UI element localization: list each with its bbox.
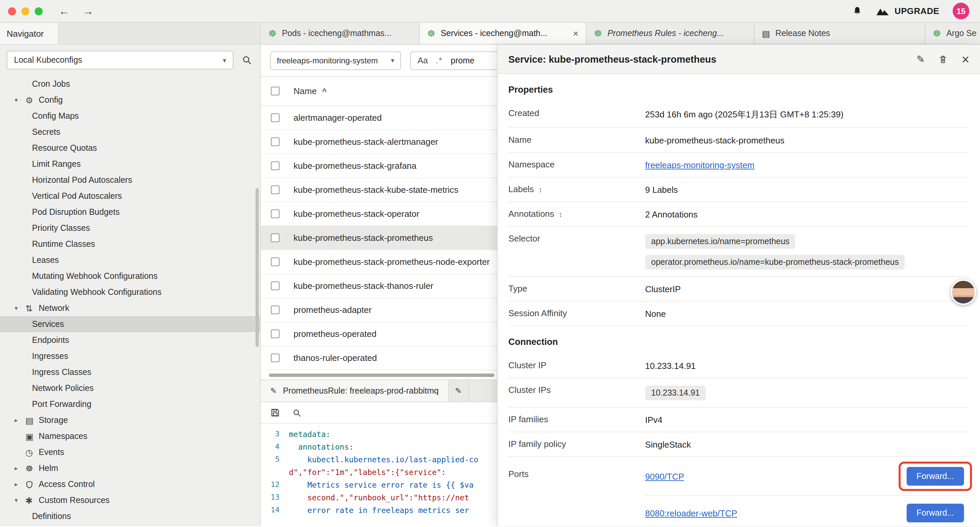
navigator-tree: Cron Jobs ▾ ⚙ Config Config Maps Secrets… xyxy=(0,76,260,524)
sidebar-item-events[interactable]: ◷ Events xyxy=(0,444,260,460)
row-checkbox[interactable] xyxy=(271,209,280,218)
mountains-icon xyxy=(876,6,889,16)
sidebar-item-storage[interactable]: ▸ ▤ Storage xyxy=(0,412,260,428)
sidebar-item-mutating-webhook-configurations[interactable]: Mutating Webhook Configurations xyxy=(0,268,260,284)
tab-release-notes[interactable]: ▤ Release Notes xyxy=(754,23,925,44)
tab-argo[interactable]: ☸ Argo Se xyxy=(925,23,980,44)
sidebar-item-limit-ranges[interactable]: Limit Ranges xyxy=(0,156,260,172)
user-avatar[interactable] xyxy=(951,280,976,305)
upgrade-button[interactable]: UPGRADE xyxy=(876,6,939,16)
notifications-bell-icon[interactable] xyxy=(852,5,862,17)
titlebar: ← → UPGRADE 15 xyxy=(0,0,980,23)
code-line: metadata: xyxy=(289,429,331,439)
search-icon[interactable] xyxy=(292,408,302,417)
tab-pods[interactable]: ☸ Pods - icecheng@mathmas... xyxy=(261,23,420,44)
unfold-more-icon[interactable]: ↕ xyxy=(559,210,562,218)
sidebar-item-ingresses[interactable]: Ingresses xyxy=(0,348,260,364)
sidebar-item-helm[interactable]: ▸ ☸ Helm xyxy=(0,460,260,476)
dock-tab-partial[interactable]: ✎ xyxy=(449,380,469,401)
sidebar-item-config-maps[interactable]: Config Maps xyxy=(0,108,260,124)
dock-tab-prometheusrule[interactable]: ✎ PrometheusRule: freeleaps-prod-rabbitm… xyxy=(261,380,449,401)
tab-prometheus-rules[interactable]: ☸ Prometheus Rules - icecheng... xyxy=(586,23,754,44)
notification-count-badge[interactable]: 15 xyxy=(953,3,969,19)
sidebar-item-pod-disruption-budgets[interactable]: Pod Disruption Budgets xyxy=(0,204,260,220)
sidebar-item-secrets[interactable]: Secrets xyxy=(0,124,260,140)
back-icon[interactable]: ← xyxy=(59,5,69,17)
kubernetes-icon: ☸ xyxy=(594,28,602,39)
sidebar-item-vertical-pod-autoscalers[interactable]: Vertical Pod Autoscalers xyxy=(0,188,260,204)
unfold-more-icon[interactable]: ↕ xyxy=(539,185,542,193)
sidebar-item-network-policies[interactable]: Network Policies xyxy=(0,380,260,396)
cluster-ip-badge: 10.233.14.91 xyxy=(645,385,706,400)
sidebar-scrollbar[interactable] xyxy=(256,188,259,347)
property-row-cluster-ips: Cluster IPs 10.233.14.91 xyxy=(508,378,969,408)
sidebar-item-cron-jobs[interactable]: Cron Jobs xyxy=(0,76,260,92)
close-window-button[interactable] xyxy=(8,7,16,15)
sidebar-item-config[interactable]: ▾ ⚙ Config xyxy=(0,92,260,108)
helm-icon: ☸ xyxy=(25,463,39,473)
chevron-down-icon: ▾ xyxy=(15,97,25,103)
namespace-link[interactable]: freeleaps-monitoring-system xyxy=(645,160,754,170)
navigator-tab[interactable]: Navigator xyxy=(0,23,59,44)
row-checkbox[interactable] xyxy=(271,185,280,194)
code-line: error rate in freeleaps metrics ser xyxy=(289,505,469,515)
sidebar-item-ingress-classes[interactable]: Ingress Classes xyxy=(0,364,260,380)
tab-services[interactable]: ☸ Services - icecheng@math... × xyxy=(420,23,586,44)
sort-ascending-icon[interactable]: ^ xyxy=(322,86,326,96)
sidebar-item-port-forwarding[interactable]: Port Forwarding xyxy=(0,396,260,412)
search-icon[interactable] xyxy=(242,55,252,65)
close-drawer-icon[interactable]: × xyxy=(962,53,969,66)
code-line: second.","runbook_url":"https://net xyxy=(289,493,469,502)
port-link-9090[interactable]: 9090/TCP xyxy=(645,471,684,481)
sidebar-item-leases[interactable]: Leases xyxy=(0,252,260,268)
zoom-window-button[interactable] xyxy=(35,7,43,15)
row-checkbox[interactable] xyxy=(271,234,280,242)
property-row-type: Type ClusterIP xyxy=(508,277,969,301)
sidebar-item-services[interactable]: Services xyxy=(0,316,260,332)
row-checkbox[interactable] xyxy=(271,113,280,122)
sidebar-item-horizontal-pod-autoscalers[interactable]: Horizontal Pod Autoscalers xyxy=(0,172,260,188)
sidebar-item-network[interactable]: ▾ ⇅ Network xyxy=(0,300,260,316)
edit-pencil-icon[interactable]: ✎ xyxy=(916,53,924,65)
sidebar-item-runtime-classes[interactable]: Runtime Classes xyxy=(0,236,260,252)
row-checkbox[interactable] xyxy=(271,282,280,290)
sidebar-item-priority-classes[interactable]: Priority Classes xyxy=(0,220,260,236)
property-row-ip-family-policy: IP family policy SingleStack xyxy=(508,432,969,457)
app-window: ← → UPGRADE 15 Navigator Local Kubeconfi… xyxy=(0,0,980,527)
properties-heading: Properties xyxy=(508,74,969,101)
row-checkbox[interactable] xyxy=(271,330,280,338)
port-link-8080-reloader-web[interactable]: 8080:reloader-web/TCP xyxy=(645,508,737,518)
shield-icon xyxy=(25,480,39,489)
row-checkbox[interactable] xyxy=(271,258,280,266)
kubernetes-icon: ☸ xyxy=(427,28,435,39)
property-row-annotations: Annotations ↕ 2 Annotations xyxy=(508,202,969,227)
sidebar-item-custom-resources[interactable]: ▾ ✱ Custom Resources xyxy=(0,492,260,508)
row-checkbox[interactable] xyxy=(271,137,280,146)
navigator-header: Navigator xyxy=(0,23,260,45)
namespace-filter-select[interactable]: freeleaps-monitoring-system ▾ xyxy=(270,51,401,70)
property-row-cluster-ip: Cluster IP 10.233.14.91 xyxy=(508,353,969,378)
sidebar-item-endpoints[interactable]: Endpoints xyxy=(0,332,260,348)
forward-port-button[interactable]: Forward... xyxy=(906,504,964,522)
sidebar-item-namespaces[interactable]: ▣ Namespaces xyxy=(0,428,260,444)
minimize-window-button[interactable] xyxy=(21,7,29,15)
search-query-text: prome xyxy=(451,56,474,65)
sidebar-item-resource-quotas[interactable]: Resource Quotas xyxy=(0,140,260,156)
kubeconfig-selector[interactable]: Local Kubeconfigs ▾ xyxy=(7,51,234,69)
sidebar-item-validating-webhook-configurations[interactable]: Validating Webhook Configurations xyxy=(0,284,260,300)
name-column-header[interactable]: Name xyxy=(294,86,317,96)
save-icon[interactable] xyxy=(270,408,280,417)
select-all-checkbox[interactable] xyxy=(271,87,280,96)
sidebar-item-definitions[interactable]: Definitions xyxy=(0,508,260,524)
row-checkbox[interactable] xyxy=(271,306,280,314)
match-case-icon[interactable]: Aa xyxy=(418,56,428,65)
row-checkbox[interactable] xyxy=(271,353,280,362)
sidebar-item-access-control[interactable]: ▸ Access Control xyxy=(0,476,260,492)
forward-icon[interactable]: → xyxy=(83,5,94,17)
horizontal-scrollbar[interactable] xyxy=(269,373,494,377)
forward-port-button[interactable]: Forward... xyxy=(906,467,964,486)
row-checkbox[interactable] xyxy=(271,161,280,170)
trash-icon[interactable] xyxy=(938,54,948,64)
regex-icon[interactable]: .* xyxy=(436,56,443,65)
close-tab-icon[interactable]: × xyxy=(573,28,578,39)
